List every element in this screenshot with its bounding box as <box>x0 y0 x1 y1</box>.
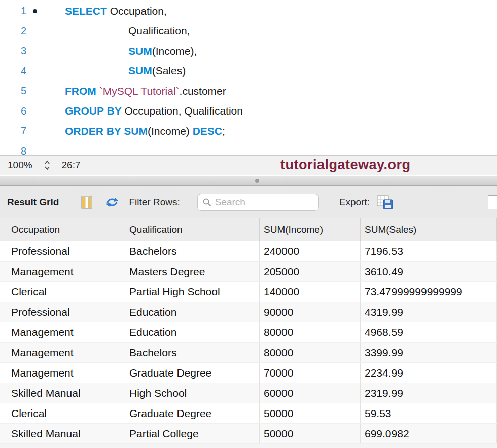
row-gutter[interactable] <box>0 302 7 322</box>
table-cell[interactable]: Clerical <box>7 403 125 423</box>
table-cell[interactable]: Masters Degree <box>125 262 260 281</box>
line-number: 1 <box>0 5 26 17</box>
code-token: (Sales) <box>152 65 186 77</box>
table-cell[interactable]: Partial College <box>125 424 260 443</box>
row-gutter[interactable] <box>0 262 7 281</box>
table-cell[interactable]: 205000 <box>260 262 361 281</box>
table-cell[interactable]: 90000 <box>260 302 361 322</box>
code-token: .customer <box>180 85 226 97</box>
code-token: (Income) <box>148 125 193 137</box>
table-cell[interactable]: 699.0982 <box>361 424 497 443</box>
code-text: SUM(Sales) <box>65 65 186 77</box>
code-text: SUM(Income), <box>65 45 197 57</box>
code-line: 7ORDER BY SUM(Income) DESC; <box>0 121 497 141</box>
table-cell[interactable]: 140000 <box>260 282 361 302</box>
table-cell[interactable]: Professional <box>7 302 125 322</box>
row-gutter[interactable] <box>0 343 7 362</box>
table-cell[interactable]: 4319.99 <box>361 302 497 322</box>
table-cell[interactable]: 2319.99 <box>361 383 497 403</box>
grid-header: Occupation Qualification SUM(Income) SUM… <box>0 218 497 241</box>
table-cell[interactable]: 4968.59 <box>361 322 497 342</box>
code-token: SUM <box>128 45 152 57</box>
table-cell[interactable]: 59.53 <box>361 403 497 423</box>
search-box[interactable] <box>197 194 319 211</box>
grid-rows: ProfessionalBachelors2400007196.53Manage… <box>0 241 497 444</box>
row-gutter[interactable] <box>0 424 7 443</box>
column-header-sum-sales[interactable]: SUM(Sales) <box>361 218 497 241</box>
table-cell[interactable]: Bachelors <box>125 343 260 362</box>
table-cell[interactable]: 50000 <box>260 403 361 423</box>
column-header-occupation[interactable]: Occupation <box>7 218 125 241</box>
search-icon <box>202 198 211 207</box>
table-cell[interactable]: Partial High School <box>125 282 260 302</box>
column-header-sum-income[interactable]: SUM(Income) <box>260 218 361 241</box>
table-cell[interactable]: Management <box>7 262 125 281</box>
result-grid-icon <box>81 196 92 209</box>
row-gutter[interactable] <box>0 403 7 423</box>
table-cell[interactable]: Professional <box>7 241 125 261</box>
refresh-icon[interactable] <box>105 196 119 208</box>
table-cell[interactable]: 2234.99 <box>361 363 497 383</box>
table-cell[interactable]: Bachelors <box>125 241 260 261</box>
table-cell[interactable]: Management <box>7 322 125 342</box>
table-cell[interactable]: 7196.53 <box>361 241 497 261</box>
line-gutter: 7 <box>0 125 65 137</box>
table-cell[interactable]: 60000 <box>260 383 361 403</box>
row-gutter[interactable] <box>0 363 7 383</box>
table-cell[interactable]: Management <box>7 343 125 362</box>
table-row: ManagementEducation800004968.59 <box>0 322 497 343</box>
code-token: ORDER BY SUM <box>65 125 148 137</box>
sql-editor[interactable]: 1SELECT Occupation,2Qualification,3SUM(I… <box>0 0 497 155</box>
row-gutter[interactable] <box>0 383 7 403</box>
table-cell[interactable]: 3610.49 <box>361 262 497 281</box>
code-text: FROM `MySQL Tutorial`.customer <box>65 85 226 97</box>
row-gutter[interactable] <box>0 241 7 261</box>
line-number: 6 <box>0 105 26 117</box>
table-cell[interactable]: 80000 <box>260 343 361 362</box>
result-grid: Occupation Qualification SUM(Income) SUM… <box>0 218 497 448</box>
code-token: Qualification, <box>128 25 190 36</box>
statement-marker-icon <box>33 9 37 13</box>
table-cell[interactable]: 73.47999999999999 <box>361 282 497 302</box>
line-number: 3 <box>0 45 26 57</box>
header-gutter <box>0 218 7 241</box>
table-cell[interactable]: 3399.99 <box>361 343 497 362</box>
table-cell[interactable]: 70000 <box>260 363 361 383</box>
line-number: 7 <box>0 125 26 137</box>
pane-splitter[interactable] <box>0 176 497 186</box>
line-gutter: 5 <box>0 85 65 97</box>
export-recordset-icon[interactable] <box>377 195 393 209</box>
row-gutter[interactable] <box>0 322 7 342</box>
table-cell[interactable]: 80000 <box>260 322 361 342</box>
result-grid-toolbar: Result Grid Filter Rows: <box>0 186 497 218</box>
line-gutter: 6 <box>0 105 65 117</box>
table-cell[interactable]: Management <box>7 363 125 383</box>
table-cell[interactable]: Skilled Manual <box>7 383 125 403</box>
column-header-qualification[interactable]: Qualification <box>125 218 260 241</box>
table-row: ManagementMasters Degree2050003610.49 <box>0 262 497 282</box>
table-row: ProfessionalBachelors2400007196.53 <box>0 241 497 262</box>
table-cell[interactable]: 50000 <box>260 424 361 443</box>
table-cell[interactable]: High School <box>125 383 260 403</box>
table-cell[interactable]: Education <box>125 322 260 342</box>
code-token: (Income), <box>152 45 197 57</box>
search-input[interactable] <box>215 197 314 208</box>
code-token: FROM <box>65 85 96 97</box>
table-cell[interactable]: Graduate Degree <box>125 403 260 423</box>
table-cell[interactable]: Graduate Degree <box>125 363 260 383</box>
row-gutter[interactable] <box>0 282 7 302</box>
up-down-chevrons-icon <box>44 160 51 171</box>
line-gutter: 8 <box>0 145 65 155</box>
code-text: ORDER BY SUM(Income) DESC; <box>65 125 225 137</box>
table-cell[interactable]: Education <box>125 302 260 322</box>
table-cell[interactable]: 240000 <box>260 241 361 261</box>
side-panel-stub <box>488 195 497 209</box>
mysql-workbench-window: 1SELECT Occupation,2Qualification,3SUM(I… <box>0 0 497 448</box>
code-line: 2Qualification, <box>0 21 497 42</box>
zoom-level: 100% <box>0 160 41 171</box>
table-cell[interactable]: Skilled Manual <box>7 424 125 443</box>
zoom-stepper[interactable] <box>41 160 54 171</box>
cursor-position: 26:7 <box>56 160 86 171</box>
table-cell[interactable]: Clerical <box>7 282 125 302</box>
line-number: 8 <box>0 145 26 155</box>
